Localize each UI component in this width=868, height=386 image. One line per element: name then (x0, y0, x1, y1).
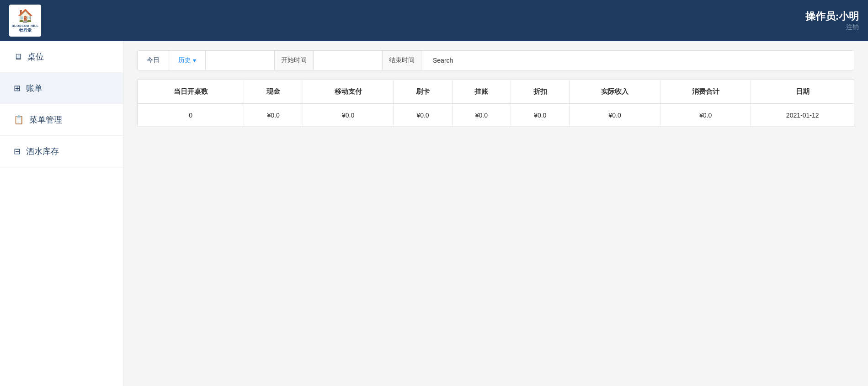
col-credit: 挂账 (452, 80, 511, 104)
col-actual-income: 实际收入 (570, 80, 660, 104)
operator-name: 操作员:小明 (805, 10, 859, 23)
bill-icon: ⊞ (14, 83, 21, 93)
start-date-wrapper: 开始时间 (206, 51, 314, 70)
logo-text-cn: 牡丹堂 (19, 27, 32, 33)
cell-8: 2021-01-12 (751, 104, 854, 127)
user-info: 操作员:小明 注销 (805, 10, 859, 32)
cell-5: ¥0.0 (511, 104, 570, 127)
sidebar-label-bills: 账单 (26, 83, 43, 94)
filter-bar: 今日 历史 ▾ 开始时间 结束时间 Search (137, 50, 854, 70)
start-date-label: 开始时间 (274, 51, 313, 70)
logo-area: 🏠 BLOSSOM HILL 牡丹堂 (9, 5, 41, 37)
history-tab-label: 历史 (178, 56, 191, 64)
table-row: 0¥0.0¥0.0¥0.0¥0.0¥0.0¥0.0¥0.02021-01-12 (138, 104, 854, 127)
sidebar-item-menu[interactable]: 📋 菜单管理 (0, 104, 123, 136)
sidebar-label-menu: 菜单管理 (29, 114, 62, 125)
sidebar-item-tables[interactable]: 🖥 桌位 (0, 41, 123, 73)
sidebar-item-inventory[interactable]: ⊟ 酒水库存 (0, 136, 123, 167)
header: 🏠 BLOSSOM HILL 牡丹堂 操作员:小明 注销 (0, 0, 868, 41)
sidebar-label-inventory: 酒水库存 (26, 146, 59, 157)
col-mobile-pay: 移动支付 (303, 80, 393, 104)
col-cash: 现金 (244, 80, 303, 104)
sidebar-item-bills[interactable]: ⊞ 账单 (0, 73, 123, 104)
history-tab[interactable]: 历史 ▾ (169, 51, 206, 70)
inventory-icon: ⊟ (14, 146, 21, 156)
sidebar: 🖥 桌位 ⊞ 账单 📋 菜单管理 ⊟ 酒水库存 (0, 41, 123, 386)
search-button[interactable]: Search (421, 51, 464, 70)
logout-button[interactable]: 注销 (805, 23, 859, 32)
col-discount: 折扣 (511, 80, 570, 104)
cell-2: ¥0.0 (303, 104, 393, 127)
chevron-down-icon: ▾ (193, 57, 196, 64)
logo-icon: 🏠 (17, 8, 33, 23)
table-header-row: 当日开桌数 现金 移动支付 刷卡 挂账 折扣 实际收入 消费合计 日期 (138, 80, 854, 104)
logo-text-en: BLOSSOM HILL (12, 24, 39, 27)
cell-1: ¥0.0 (244, 104, 303, 127)
logo: 🏠 BLOSSOM HILL 牡丹堂 (9, 5, 41, 37)
cell-3: ¥0.0 (394, 104, 452, 127)
cell-6: ¥0.0 (570, 104, 660, 127)
col-card: 刷卡 (394, 80, 452, 104)
cell-4: ¥0.0 (452, 104, 511, 127)
end-date-label: 结束时间 (382, 51, 421, 70)
sidebar-label-tables: 桌位 (27, 51, 44, 62)
data-table: 当日开桌数 现金 移动支付 刷卡 挂账 折扣 实际收入 消费合计 日期 0¥0.… (137, 80, 854, 127)
today-tab[interactable]: 今日 (138, 51, 169, 70)
col-open-tables: 当日开桌数 (138, 80, 244, 104)
cell-0: 0 (138, 104, 244, 127)
cell-7: ¥0.0 (660, 104, 751, 127)
main-layout: 🖥 桌位 ⊞ 账单 📋 菜单管理 ⊟ 酒水库存 今日 历史 ▾ 开始时间 (0, 41, 868, 386)
col-date: 日期 (751, 80, 854, 104)
end-date-wrapper: 结束时间 (314, 51, 421, 70)
menu-icon: 📋 (14, 115, 24, 125)
end-date-input[interactable] (314, 51, 382, 70)
start-date-input[interactable] (206, 51, 274, 70)
col-total-spend: 消费合计 (660, 80, 751, 104)
monitor-icon: 🖥 (14, 52, 22, 62)
content-area: 今日 历史 ▾ 开始时间 结束时间 Search 当日开桌数 现金 移动支付 (123, 41, 868, 386)
